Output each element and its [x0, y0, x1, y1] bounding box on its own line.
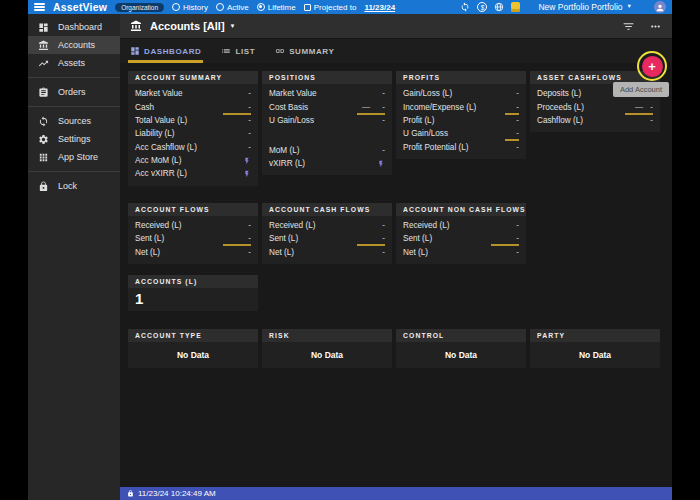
- radio-history-label: History: [183, 3, 208, 12]
- radio-lifetime[interactable]: Lifetime: [257, 3, 296, 12]
- radio-active[interactable]: Active: [216, 3, 249, 12]
- metric-value: -: [382, 89, 385, 98]
- tab-label: DASHBOARD: [144, 47, 201, 56]
- metric-value: -: [516, 143, 519, 152]
- metric-label: Cost Basis: [269, 103, 308, 112]
- metric-label: Market Value: [135, 89, 183, 98]
- metric-row: Acc MoM (L): [128, 154, 258, 167]
- projected-date-link[interactable]: 11/23/24: [364, 3, 395, 12]
- sidebar-item-lock[interactable]: Lock: [28, 177, 120, 195]
- calculate-bolt-icon[interactable]: [243, 170, 251, 178]
- metric-row: Net (L)-: [262, 245, 392, 258]
- highlight-ring: +: [637, 51, 667, 81]
- sync-icon: [38, 116, 49, 127]
- metric-label: Income/Expense (L): [403, 103, 476, 112]
- metric-row: MoM (L)-: [262, 144, 392, 157]
- tab-label: SUMMARY: [289, 47, 334, 56]
- metric-row: Profit (L)-: [396, 114, 526, 127]
- metric-row: Net (L)-: [128, 245, 258, 258]
- metric-row: Cost Basis—-: [262, 100, 392, 113]
- sidebar-item-assets[interactable]: Assets: [28, 54, 120, 72]
- sidebar-item-app-store[interactable]: App Store: [28, 148, 120, 166]
- metric-value: -: [650, 116, 653, 125]
- gear-icon: [38, 134, 49, 145]
- metric-row: Cash-: [128, 100, 258, 113]
- sidebar: Dashboard Accounts Assets Orders Sources: [28, 14, 120, 500]
- metric-value: -: [516, 248, 519, 257]
- metric-row: Sent (L)-: [128, 232, 258, 245]
- metric-label: Cashflow (L): [537, 116, 583, 125]
- tab-dashboard[interactable]: DASHBOARD: [128, 39, 203, 63]
- filter-icon[interactable]: [622, 20, 635, 33]
- metric-label: Net (L): [269, 248, 294, 257]
- page-title[interactable]: Accounts [All]: [150, 20, 225, 32]
- metric-value: -: [248, 89, 251, 98]
- metric-row: Received (L)-: [396, 219, 526, 232]
- sidebar-item-sources[interactable]: Sources: [28, 112, 120, 130]
- add-account-button[interactable]: +: [642, 56, 663, 77]
- card-party: PARTY No Data: [530, 329, 660, 368]
- metric-label: Gain/Loss (L): [403, 89, 452, 98]
- metric-value: -: [223, 103, 251, 115]
- metric-row: Acc Cashflow (L)-: [128, 141, 258, 154]
- metric-row: Market Value-: [262, 87, 392, 100]
- metric-label: Profit (L): [403, 116, 434, 125]
- portfolio-selector[interactable]: New Portfolio Portfolio ▼: [538, 2, 632, 12]
- metric-value: -: [248, 248, 251, 257]
- sidebar-item-orders[interactable]: Orders: [28, 83, 120, 101]
- card-accounts-count: ACCOUNTS (L) 1: [128, 275, 258, 311]
- metric-label: vXIRR (L): [269, 159, 305, 168]
- sidebar-item-settings[interactable]: Settings: [28, 130, 120, 148]
- radio-lifetime-label: Lifetime: [268, 3, 296, 12]
- no-data-label: No Data: [530, 342, 660, 368]
- chevron-down-icon: ▼: [627, 4, 632, 10]
- metric-value: -: [382, 116, 385, 125]
- card-account-summary: ACCOUNT SUMMARY Market Value- Cash- Tota…: [128, 71, 258, 186]
- globe-icon[interactable]: [494, 2, 504, 12]
- metric-label: Cash: [135, 103, 154, 112]
- bank-icon: [38, 40, 49, 51]
- metric-row: Market Value-: [128, 87, 258, 100]
- metric-label: Net (L): [403, 248, 428, 257]
- sidebar-item-dashboard[interactable]: Dashboard: [28, 18, 120, 36]
- token-icon[interactable]: [511, 2, 520, 12]
- card-account-type: ACCOUNT TYPE No Data: [128, 329, 258, 368]
- metric-row: U Gain/Loss-: [262, 114, 392, 127]
- metric-value: -: [223, 234, 251, 246]
- sidebar-item-label: Sources: [58, 116, 91, 126]
- trending-up-icon: [38, 58, 49, 69]
- projected-to-checkbox[interactable]: Projected to: [304, 3, 357, 12]
- bank-icon: [130, 20, 142, 32]
- card-control: CONTROL No Data: [396, 329, 526, 368]
- radio-icon: [216, 3, 224, 11]
- calculate-bolt-icon[interactable]: [377, 160, 385, 168]
- radio-history[interactable]: History: [172, 3, 208, 12]
- menu-icon[interactable]: [34, 3, 45, 11]
- dollar-icon[interactable]: $: [477, 2, 487, 12]
- metric-label: Total Value (L): [135, 116, 187, 125]
- sidebar-item-label: Accounts: [58, 40, 95, 50]
- sidebar-item-label: Settings: [58, 134, 91, 144]
- dashboard-icon: [38, 22, 49, 33]
- metric-label: Sent (L): [135, 234, 164, 243]
- metric-row: Proceeds (L)—-: [530, 100, 660, 113]
- avatar[interactable]: [654, 1, 666, 13]
- tab-summary[interactable]: SUMMARY: [273, 39, 336, 63]
- radio-selected-icon: [257, 3, 265, 11]
- metric-label: Acc Cashflow (L): [135, 143, 197, 152]
- more-icon[interactable]: [649, 20, 662, 33]
- tab-list[interactable]: LIST: [219, 39, 257, 63]
- metric-label: U Gain/Loss: [403, 129, 448, 138]
- metric-label: Acc MoM (L): [135, 156, 181, 165]
- dash-indicator: —: [635, 103, 643, 112]
- organization-badge: Organization: [115, 3, 164, 12]
- top-bar: AssetView Organization History Active Li…: [28, 0, 672, 14]
- calculate-bolt-icon[interactable]: [243, 157, 251, 165]
- sidebar-item-accounts[interactable]: Accounts: [28, 36, 120, 54]
- checkbox-icon: [304, 4, 311, 11]
- metric-value: -: [382, 103, 385, 112]
- metric-label: Profit Potential (L): [403, 143, 469, 152]
- chevron-down-icon[interactable]: ▼: [230, 23, 236, 29]
- card-title: ACCOUNT FLOWS: [128, 203, 258, 216]
- sync-icon[interactable]: [460, 2, 470, 12]
